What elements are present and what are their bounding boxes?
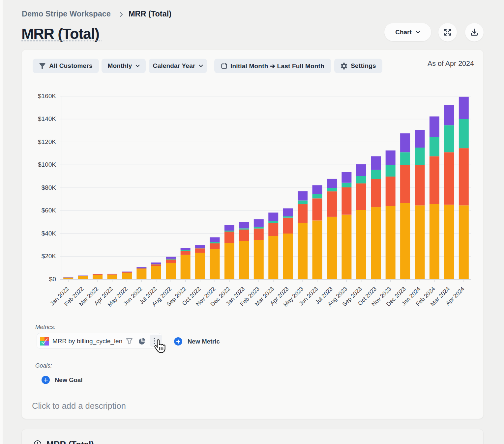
- svg-text:$40K: $40K: [42, 230, 56, 237]
- svg-text:$0: $0: [49, 276, 56, 283]
- svg-text:$120K: $120K: [38, 138, 56, 145]
- svg-text:$20K: $20K: [42, 253, 56, 260]
- svg-text:$140K: $140K: [38, 115, 56, 122]
- svg-text:$160K: $160K: [38, 93, 56, 99]
- svg-text:$60K: $60K: [42, 207, 56, 214]
- svg-text:$80K: $80K: [42, 184, 56, 191]
- svg-text:$100K: $100K: [38, 161, 56, 168]
